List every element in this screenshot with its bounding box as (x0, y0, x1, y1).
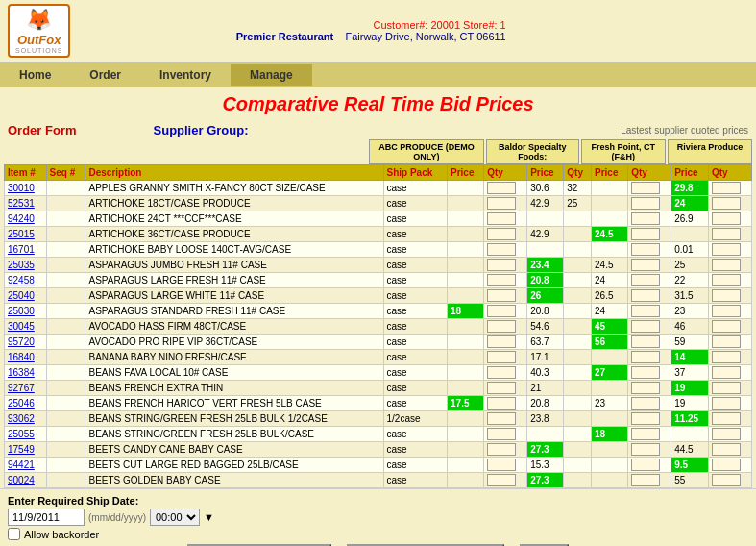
qty-1[interactable] (484, 319, 527, 335)
qty-3-input[interactable] (631, 335, 660, 348)
qty-3[interactable] (628, 319, 671, 335)
qty-1[interactable] (484, 411, 527, 427)
nav-manage[interactable]: Manage (231, 64, 312, 86)
qty-1[interactable] (484, 242, 527, 258)
qty-3-input[interactable] (631, 274, 660, 286)
qty-1-input[interactable] (487, 243, 516, 256)
qty-4[interactable] (709, 411, 752, 427)
qty-1-input[interactable] (487, 197, 516, 210)
qty-4[interactable] (709, 319, 752, 335)
qty-4[interactable] (709, 288, 752, 304)
qty-3-input[interactable] (631, 397, 660, 410)
qty-4-input[interactable] (712, 428, 741, 440)
qty-3[interactable] (628, 196, 671, 211)
qty-3[interactable] (628, 365, 671, 381)
qty-1[interactable] (484, 181, 527, 196)
qty-1-input[interactable] (487, 351, 516, 363)
qty-4-input[interactable] (712, 382, 741, 394)
qty-3-input[interactable] (631, 197, 660, 210)
qty-4-input[interactable] (712, 228, 741, 240)
qty-1-input[interactable] (487, 412, 516, 425)
qty-4[interactable] (709, 458, 752, 473)
qty-1-input[interactable] (487, 459, 516, 471)
qty-3[interactable] (628, 396, 671, 411)
qty-4-input[interactable] (712, 320, 741, 333)
qty-4[interactable] (709, 227, 752, 242)
qty-1[interactable] (484, 427, 527, 442)
qty-3[interactable] (628, 304, 671, 319)
qty-3[interactable] (628, 381, 671, 396)
qty-1[interactable] (484, 304, 527, 319)
qty-4[interactable] (709, 181, 752, 196)
qty-1-input[interactable] (487, 382, 516, 394)
qty-3[interactable] (628, 442, 671, 458)
qty-3-input[interactable] (631, 351, 660, 363)
qty-4-input[interactable] (712, 274, 741, 286)
qty-3-input[interactable] (631, 243, 660, 256)
qty-1[interactable] (484, 273, 527, 288)
qty-3[interactable] (628, 411, 671, 427)
qty-4-input[interactable] (712, 335, 741, 348)
qty-4-input[interactable] (712, 197, 741, 210)
qty-4[interactable] (709, 365, 752, 381)
qty-3-input[interactable] (631, 443, 660, 456)
qty-4-input[interactable] (712, 443, 741, 456)
qty-1-input[interactable] (487, 428, 516, 440)
qty-3-input[interactable] (631, 259, 660, 271)
qty-4[interactable] (709, 335, 752, 350)
qty-4[interactable] (709, 304, 752, 319)
qty-3[interactable] (628, 288, 671, 304)
qty-3[interactable] (628, 273, 671, 288)
qty-4-input[interactable] (712, 243, 741, 256)
qty-1-input[interactable] (487, 274, 516, 286)
qty-4[interactable] (709, 196, 752, 211)
qty-4[interactable] (709, 350, 752, 365)
qty-3-input[interactable] (631, 305, 660, 317)
qty-3[interactable] (628, 458, 671, 473)
qty-4-input[interactable] (712, 474, 741, 486)
qty-1-input[interactable] (487, 474, 516, 486)
qty-1[interactable] (484, 473, 527, 488)
qty-3-input[interactable] (631, 228, 660, 240)
qty-3[interactable] (628, 350, 671, 365)
qty-4-input[interactable] (712, 305, 741, 317)
qty-4-input[interactable] (712, 459, 741, 471)
qty-4-input[interactable] (712, 397, 741, 410)
qty-3-input[interactable] (631, 428, 660, 440)
qty-1-input[interactable] (487, 182, 516, 194)
qty-4[interactable] (709, 211, 752, 227)
qty-1[interactable] (484, 442, 527, 458)
qty-1-input[interactable] (487, 320, 516, 333)
qty-1[interactable] (484, 365, 527, 381)
qty-3-input[interactable] (631, 289, 660, 302)
qty-3-input[interactable] (631, 474, 660, 486)
backorder-checkbox[interactable] (8, 528, 20, 540)
time-select[interactable]: 00:00 01:00 06:00 (150, 509, 200, 526)
qty-1-input[interactable] (487, 397, 516, 410)
qty-4-input[interactable] (712, 289, 741, 302)
qty-1-input[interactable] (487, 259, 516, 271)
qty-1[interactable] (484, 381, 527, 396)
ship-date-input[interactable] (8, 509, 85, 526)
qty-1-input[interactable] (487, 212, 516, 225)
qty-1-input[interactable] (487, 228, 516, 240)
qty-1[interactable] (484, 258, 527, 273)
qty-1[interactable] (484, 396, 527, 411)
qty-4[interactable] (709, 381, 752, 396)
nav-home[interactable]: Home (0, 64, 70, 86)
nav-inventory[interactable]: Inventory (140, 64, 231, 86)
qty-1[interactable] (484, 227, 527, 242)
qty-3[interactable] (628, 242, 671, 258)
qty-3[interactable] (628, 258, 671, 273)
qty-4-input[interactable] (712, 366, 741, 379)
qty-4-input[interactable] (712, 351, 741, 363)
qty-3-input[interactable] (631, 459, 660, 471)
qty-4-input[interactable] (712, 412, 741, 425)
qty-4[interactable] (709, 258, 752, 273)
qty-3[interactable] (628, 227, 671, 242)
qty-1-input[interactable] (487, 335, 516, 348)
qty-4[interactable] (709, 242, 752, 258)
qty-4[interactable] (709, 396, 752, 411)
qty-3-input[interactable] (631, 212, 660, 225)
qty-1-input[interactable] (487, 443, 516, 456)
